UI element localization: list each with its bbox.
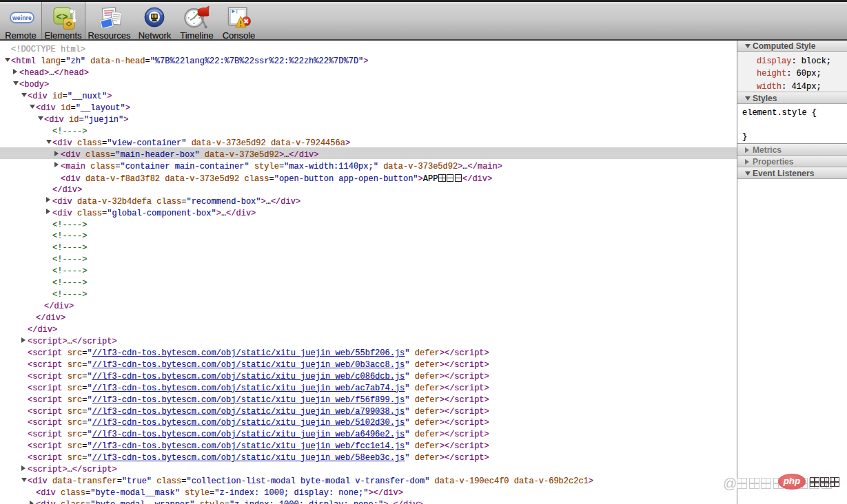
svg-text:weinre: weinre bbox=[12, 14, 32, 21]
